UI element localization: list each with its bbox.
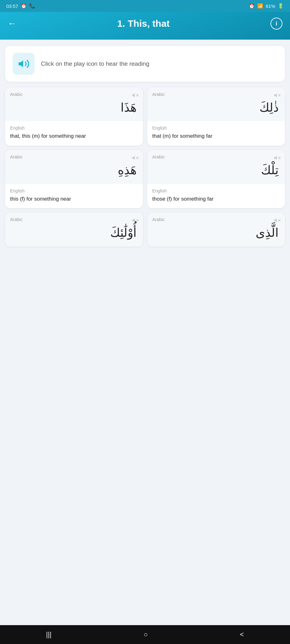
word-card-1: Arabic هَذَا English that, this (m) for …	[5, 87, 143, 146]
battery-icon: 🔋	[278, 3, 284, 9]
mute-icon-1[interactable]	[132, 92, 139, 100]
arabic-label-3: Arabic	[10, 154, 138, 159]
battery-percent: 61%	[266, 3, 275, 9]
main-content: Click on the play icon to hear the readi…	[0, 40, 290, 253]
arabic-text-4: تِلْكَ	[152, 163, 280, 178]
card-english-section-3: English this (f) for something near	[5, 184, 143, 208]
status-right: ⏰ 📶 61% 🔋	[249, 3, 284, 9]
page-title: 1. This, that	[16, 18, 270, 29]
arabic-text-3: هَذِهِ	[10, 163, 138, 178]
card-arabic-section-2: Arabic ذٰلِكَ	[147, 87, 285, 121]
bottom-nav: ||| ○ <	[0, 625, 290, 644]
word-card-3: Arabic هَذِهِ English this (f) for somet…	[5, 150, 143, 208]
card-arabic-section-3: Arabic هَذِهِ	[5, 150, 143, 184]
mute-icon-5[interactable]	[132, 217, 139, 225]
card-arabic-section-1: Arabic هَذَا	[5, 87, 143, 121]
word-card-2: Arabic ذٰلِكَ English that (m) for somet…	[147, 87, 285, 146]
arabic-label-2: Arabic	[152, 92, 280, 97]
info-button[interactable]: i	[270, 18, 282, 30]
word-card-6: Arabic الَّذِى	[147, 213, 285, 246]
arabic-label-6: Arabic	[152, 217, 280, 222]
english-label-4: English	[152, 188, 280, 193]
cards-grid: Arabic هَذَا English that, this (m) for …	[5, 87, 285, 247]
arabic-label-5: Arabic	[10, 217, 138, 222]
home-button[interactable]: ○	[134, 627, 157, 642]
arabic-text-2: ذٰلِكَ	[152, 100, 280, 115]
status-left: 03:57 ⏰ 📞	[6, 3, 35, 9]
alarm-right-icon: ⏰	[249, 3, 255, 9]
card-arabic-section-4: Arabic تِلْكَ	[147, 150, 285, 184]
word-card-5: Arabic أُوْلَٰئِكَ	[5, 213, 143, 246]
arabic-label-1: Arabic	[10, 92, 138, 97]
english-label-3: English	[10, 188, 138, 193]
menu-button[interactable]: |||	[37, 627, 61, 642]
status-bar: 03:57 ⏰ 📞 ⏰ 📶 61% 🔋	[0, 0, 290, 12]
arabic-label-4: Arabic	[152, 154, 280, 159]
back-nav-button[interactable]: <	[230, 627, 253, 642]
english-label-1: English	[10, 125, 138, 130]
english-text-1: that, this (m) for something near	[10, 132, 138, 140]
alarm-icon: ⏰	[21, 3, 27, 9]
english-text-3: this (f) for something near	[10, 195, 138, 203]
card-english-section-4: English those (f) for something far	[147, 184, 285, 208]
english-label-2: English	[152, 125, 280, 130]
mute-icon-3[interactable]	[132, 154, 139, 163]
arabic-text-6: الَّذِى	[152, 225, 280, 241]
audio-hint-card: Click on the play icon to hear the readi…	[5, 46, 285, 82]
whatsapp-icon: 📞	[29, 3, 35, 9]
signal-icon: 📶	[257, 3, 263, 9]
arabic-text-5: أُوْلَٰئِكَ	[10, 225, 138, 241]
card-english-section-2: English that (m) for something far	[147, 121, 285, 146]
english-text-2: that (m) for something far	[152, 132, 280, 140]
speaker-icon	[18, 58, 30, 70]
audio-hint-text: Click on the play icon to hear the readi…	[41, 60, 149, 68]
english-text-4: those (f) for something far	[152, 195, 280, 203]
card-arabic-section-6: Arabic الَّذِى	[147, 213, 285, 246]
mute-icon-6[interactable]	[274, 217, 281, 225]
audio-icon-box[interactable]	[13, 53, 35, 75]
mute-icon-2[interactable]	[274, 92, 281, 100]
status-time: 03:57	[6, 3, 18, 9]
header: ← 1. This, that i	[0, 12, 290, 40]
card-arabic-section-5: Arabic أُوْلَٰئِكَ	[5, 213, 143, 246]
mute-icon-4[interactable]	[274, 154, 281, 163]
word-card-4: Arabic تِلْكَ English those (f) for some…	[147, 150, 285, 208]
arabic-text-1: هَذَا	[10, 100, 138, 115]
back-button[interactable]: ←	[8, 19, 16, 28]
card-english-section-1: English that, this (m) for something nea…	[5, 121, 143, 146]
